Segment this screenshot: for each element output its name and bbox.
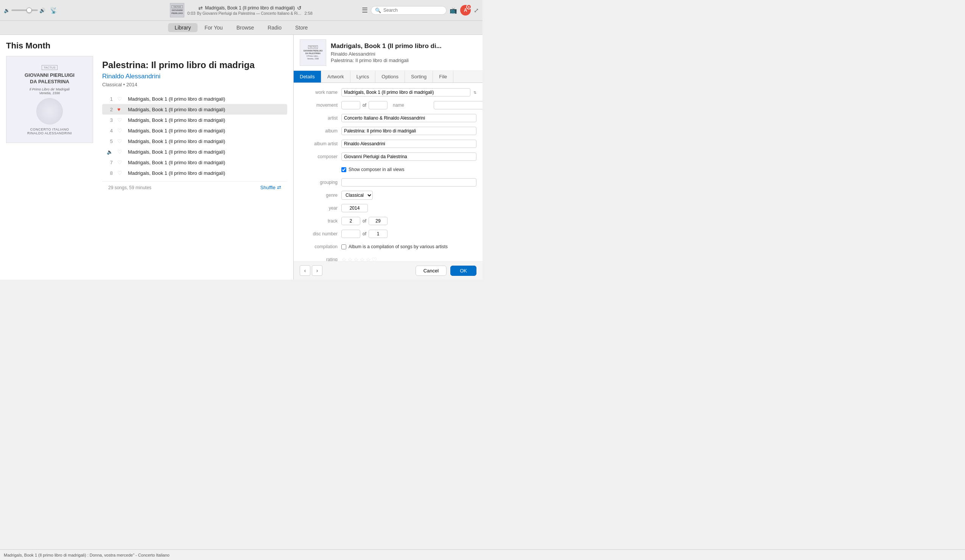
track-list: 1 ♡ Madrigals, Book 1 (Il primo libro di… — [102, 93, 287, 178]
airplay-button[interactable]: 📡 — [48, 5, 59, 16]
track-row[interactable]: 8 ♡ Madrigals, Book 1 (Il primo libro di… — [102, 168, 287, 178]
nav-tab-library[interactable]: Library — [168, 23, 198, 32]
artist-label: artist — [300, 115, 341, 121]
prev-track-button[interactable]: ‹ — [300, 265, 310, 276]
volume-track[interactable] — [11, 10, 38, 11]
genre-select[interactable]: Classical Pop Rock Jazz — [341, 191, 373, 200]
star-1[interactable]: ☆ — [341, 256, 347, 261]
menu-button[interactable]: ☰ — [362, 6, 368, 15]
shuffle-button[interactable]: Shuffle ⇄ — [260, 184, 281, 190]
nav-tab-for-you[interactable]: For You — [198, 23, 229, 32]
compilation-row: compilation Album is a compilation of so… — [300, 242, 476, 251]
disc-total-input[interactable] — [369, 230, 388, 238]
shuffle-control[interactable]: ⇄ — [198, 5, 203, 11]
track-heart-icon[interactable]: ♡ — [117, 149, 123, 155]
compilation-text[interactable]: Album is a compilation of songs by vario… — [348, 244, 448, 249]
airplay-tv-icon[interactable]: 📺 — [450, 7, 457, 14]
track-row[interactable]: 1 ♡ Madrigals, Book 1 (Il primo libro di… — [102, 93, 287, 104]
movement-name-label: name — [390, 103, 432, 108]
track-number: 7 — [105, 160, 113, 165]
track-of-text: of — [363, 218, 366, 224]
star-3[interactable]: ☆ — [353, 256, 359, 261]
artist-input[interactable] — [341, 114, 476, 122]
search-input[interactable] — [383, 8, 440, 13]
track-name: Madrigals, Book 1 (Il primo libro di mad… — [128, 107, 284, 113]
track-row[interactable]: 5 ♡ Madrigals, Book 1 (Il primo libro di… — [102, 136, 287, 147]
album-art-label: TACTUS — [42, 65, 57, 70]
volume-control[interactable]: 🔉 🔊 — [4, 8, 46, 13]
now-playing-section: TACTUS GIOVANNIPIERLUIGI ⇄ Madrigals, Bo… — [123, 3, 360, 17]
disc-num-input[interactable] — [341, 230, 360, 238]
star-5[interactable]: ☆ — [366, 256, 371, 261]
album-row: album — [300, 126, 476, 136]
now-playing-speaker-icon: 🔈 — [107, 149, 113, 155]
album-artist-link[interactable]: Rinaldo Alessandrini — [102, 73, 287, 80]
grouping-label: grouping — [300, 180, 341, 185]
show-composer-checkbox[interactable] — [341, 167, 346, 172]
movement-num-input[interactable] — [341, 101, 360, 109]
ok-button[interactable]: OK — [450, 266, 476, 276]
grouping-input[interactable] — [341, 178, 476, 186]
track-heart-icon[interactable]: ♡ — [117, 138, 123, 144]
total-time: 2:58 — [305, 11, 312, 16]
track-number: 2 — [105, 107, 113, 113]
volume-thumb[interactable] — [26, 8, 32, 13]
show-composer-label[interactable]: Show composer in all views — [348, 167, 404, 172]
track-heart-icon[interactable]: ♥ — [117, 106, 123, 113]
album-artist-input[interactable] — [341, 140, 476, 148]
nav-tab-store[interactable]: Store — [288, 23, 314, 32]
nav-tab-radio[interactable]: Radio — [261, 23, 288, 32]
movement-name-input[interactable] — [434, 101, 483, 109]
cancel-button[interactable]: Cancel — [415, 266, 447, 276]
library-panel: This Month TACTUS GIOVANNI PIERLUIGIDA P… — [0, 35, 293, 280]
track-row[interactable]: 4 ♡ Madrigals, Book 1 (Il primo libro di… — [102, 125, 287, 136]
track-row[interactable]: 2 ♥ Madrigals, Book 1 (Il primo libro di… — [102, 104, 287, 115]
track-row[interactable]: 7 ♡ Madrigals, Book 1 (Il primo libro di… — [102, 157, 287, 168]
tab-options[interactable]: Options — [375, 71, 405, 82]
track-number: 5 — [105, 139, 113, 144]
top-bar-right: ☰ 🔍 📺 A 6 ⤢ — [360, 5, 479, 16]
year-input[interactable] — [341, 204, 368, 212]
next-track-button[interactable]: › — [312, 265, 322, 276]
track-heart-icon[interactable]: ♡ — [117, 127, 123, 134]
composer-input[interactable] — [341, 152, 476, 161]
expand-icon[interactable]: ⤢ — [474, 7, 479, 14]
tab-file[interactable]: File — [433, 71, 453, 82]
track-heart-icon[interactable]: ♡ — [117, 117, 123, 123]
track-heart-icon[interactable]: ♡ — [117, 159, 123, 165]
track-number: 8 — [105, 170, 113, 176]
album-art: TACTUS GIOVANNI PIERLUIGIDA PALESTRINA I… — [6, 56, 93, 143]
track-total-input[interactable] — [369, 217, 388, 225]
disc-label: disc number — [300, 231, 341, 237]
user-avatar[interactable]: A 6 — [460, 5, 471, 16]
album-art-decoration — [36, 98, 63, 124]
notification-badge: 6 — [466, 4, 471, 10]
nav-tab-browse[interactable]: Browse — [230, 23, 261, 32]
track-row[interactable]: 🔈 ♡ Madrigals, Book 1 (Il primo libro di… — [102, 147, 287, 157]
track-row[interactable]: 3 ♡ Madrigals, Book 1 (Il primo libro di… — [102, 115, 287, 125]
search-box[interactable]: 🔍 — [371, 6, 447, 15]
tab-details[interactable]: Details — [294, 71, 321, 82]
info-track-title: Madrigals, Book 1 (Il primo libro di... — [331, 42, 476, 50]
section-title: This Month — [0, 41, 293, 56]
compilation-checkbox[interactable] — [341, 245, 346, 249]
heart-rating-icon[interactable]: ♡ — [371, 256, 377, 261]
work-name-input[interactable] — [341, 88, 470, 96]
tab-artwork[interactable]: Artwork — [321, 71, 350, 82]
tab-sorting[interactable]: Sorting — [405, 71, 433, 82]
sort-arrows-icon[interactable]: ⇅ — [473, 90, 476, 95]
tab-lyrics[interactable]: Lyrics — [350, 71, 375, 82]
album-input[interactable] — [341, 127, 476, 135]
star-4[interactable]: ☆ — [360, 256, 365, 261]
star-rating[interactable]: ☆ ☆ ☆ ☆ ☆ ♡ — [341, 256, 377, 261]
search-icon: 🔍 — [375, 8, 381, 13]
top-bar-left: 🔉 🔊 📡 — [4, 5, 123, 16]
repeat-control[interactable]: ↺ — [297, 5, 302, 11]
track-heart-icon[interactable]: ♡ — [117, 170, 123, 176]
track-heart-icon[interactable]: ♡ — [117, 96, 123, 102]
track-number: 3 — [105, 117, 113, 123]
track-num-input[interactable] — [341, 217, 360, 225]
movement-total-input[interactable] — [369, 101, 388, 109]
star-2[interactable]: ☆ — [347, 256, 353, 261]
album-info: Palestrina: Il primo libro di madriga Ri… — [99, 56, 293, 193]
